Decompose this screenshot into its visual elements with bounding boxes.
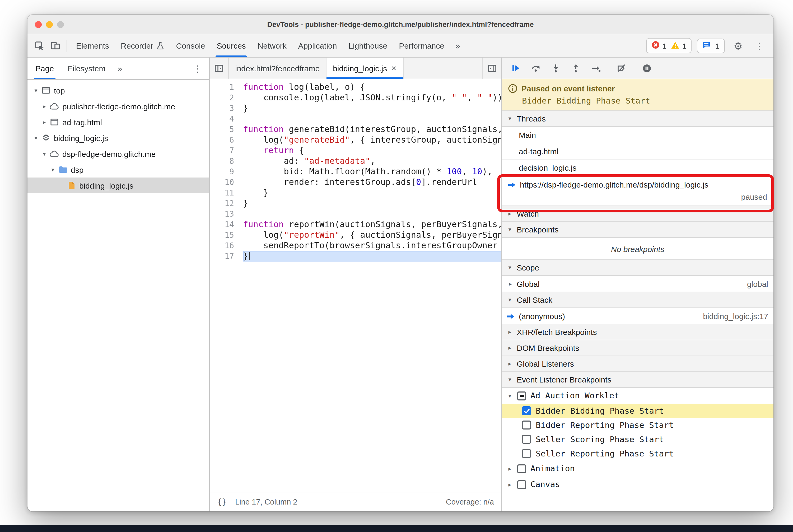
line-number[interactable]: 2 <box>210 92 234 103</box>
deactivate-breakpoints-button[interactable] <box>612 60 631 77</box>
step-button[interactable] <box>586 60 605 77</box>
more-navigator-tabs-button[interactable]: » <box>112 63 127 74</box>
line-number[interactable]: 16 <box>210 240 234 251</box>
elb-category-ad-auction-worklet[interactable]: ▾Ad Auction Worklet <box>502 388 773 404</box>
code-line[interactable]: log("generateBid", { interestGroup, auct… <box>243 135 502 145</box>
elb-item-seller-scoring-phase-start[interactable]: Seller Scoring Phase Start <box>502 432 773 446</box>
device-toolbar-icon[interactable] <box>48 37 63 54</box>
tree-item-dsp[interactable]: ▾dsp <box>27 162 209 177</box>
code-line[interactable]: } <box>243 251 502 262</box>
line-number[interactable]: 5 <box>210 124 234 135</box>
tab-page[interactable]: Page <box>29 58 61 79</box>
line-number[interactable]: 3 <box>210 103 234 114</box>
code-line[interactable]: function reportWin(auctionSignals, perBu… <box>243 219 502 230</box>
tree-item-bidding-logic-js[interactable]: bidding_logic.js <box>27 177 209 193</box>
line-number[interactable]: 1 <box>210 82 234 92</box>
thread-row[interactable]: decision_logic.js <box>502 159 773 176</box>
section-xhr-breakpoints[interactable]: ▸XHR/fetch Breakpoints <box>502 324 773 340</box>
checkbox-checked[interactable] <box>522 406 531 415</box>
elb-item-bidder-reporting-phase-start[interactable]: Bidder Reporting Phase Start <box>502 418 773 432</box>
code-line[interactable]: } <box>243 103 502 114</box>
tab-performance[interactable]: Performance <box>393 34 450 57</box>
line-number[interactable]: 4 <box>210 114 234 124</box>
line-number-gutter[interactable]: 1234567891011121314151617 <box>210 79 239 492</box>
code-line[interactable]: function log(label, o) { <box>243 82 502 92</box>
pause-on-exceptions-button[interactable] <box>637 60 656 77</box>
thread-row[interactable]: Main <box>502 127 773 143</box>
line-number[interactable]: 13 <box>210 209 234 219</box>
step-out-button[interactable] <box>566 60 585 77</box>
code-line[interactable]: render: interestGroup.ads[0].renderUrl <box>243 177 502 188</box>
code-lines[interactable]: function log(label, o) { console.log(lab… <box>239 79 502 492</box>
editor-tab-index-html[interactable]: index.html?fencedframe <box>229 58 326 79</box>
checkbox-indeterminate[interactable] <box>517 391 526 400</box>
more-panels-button[interactable]: » <box>450 40 465 51</box>
section-global-listeners[interactable]: ▸Global Listeners <box>502 356 773 372</box>
code-line[interactable] <box>243 114 502 124</box>
navigator-kebab-menu-icon[interactable]: ⋮ <box>187 63 208 74</box>
code-line[interactable]: console.log(label, JSON.stringify(o, " "… <box>243 92 502 103</box>
close-window-button[interactable] <box>35 21 42 28</box>
section-event-listener-breakpoints[interactable]: ▾Event Listener Breakpoints <box>502 372 773 388</box>
close-tab-icon[interactable]: × <box>391 64 396 73</box>
elb-item-bidder-bidding-phase-start[interactable]: Bidder Bidding Phase Start <box>502 404 773 418</box>
tree-item-dsp-fledge-demo-glitch-me[interactable]: ▾dsp-fledge-demo.glitch.me <box>27 146 209 162</box>
section-scope[interactable]: ▾Scope <box>502 260 773 276</box>
tab-network[interactable]: Network <box>252 34 292 57</box>
code-line[interactable]: function generateBid(interestGroup, auct… <box>243 124 502 135</box>
inspect-element-icon[interactable] <box>32 37 48 54</box>
minimize-window-button[interactable] <box>46 21 53 28</box>
elb-category-animation[interactable]: ▸Animation <box>502 461 773 477</box>
section-call-stack[interactable]: ▾Call Stack <box>502 292 773 308</box>
tab-filesystem[interactable]: Filesystem <box>61 58 112 79</box>
tab-elements[interactable]: Elements <box>70 34 115 57</box>
checkbox-unchecked[interactable] <box>517 464 526 473</box>
tab-application[interactable]: Application <box>292 34 343 57</box>
checkbox-unchecked[interactable] <box>517 480 526 489</box>
tree-item-ad-tag-html[interactable]: ▸ad-tag.html <box>27 114 209 130</box>
code-line[interactable]: ad: "ad-metadata", <box>243 156 502 166</box>
tree-item-bidding-logic-js[interactable]: ▾⚙bidding_logic.js <box>27 130 209 146</box>
tab-lighthouse[interactable]: Lighthouse <box>343 34 393 57</box>
line-number[interactable]: 8 <box>210 156 234 166</box>
settings-gear-icon[interactable]: ⚙ <box>730 37 746 54</box>
tab-sources[interactable]: Sources <box>211 34 252 57</box>
line-number[interactable]: 9 <box>210 166 234 177</box>
line-number[interactable]: 12 <box>210 198 234 209</box>
line-number[interactable]: 14 <box>210 219 234 230</box>
code-line[interactable]: } <box>243 188 502 198</box>
scope-global-row[interactable]: ▸ Global global <box>502 276 773 292</box>
step-over-button[interactable] <box>526 60 545 77</box>
resume-script-button[interactable] <box>506 60 525 77</box>
editor-tab-bidding-logic[interactable]: bidding_logic.js × <box>326 58 403 79</box>
code-line[interactable] <box>243 209 502 219</box>
tab-recorder[interactable]: Recorder <box>115 34 170 57</box>
tree-item-top[interactable]: ▾top <box>27 82 209 98</box>
step-into-button[interactable] <box>546 60 565 77</box>
code-editor[interactable]: 1234567891011121314151617 function log(l… <box>210 79 502 492</box>
zoom-window-button[interactable] <box>57 21 64 28</box>
section-breakpoints[interactable]: ▾Breakpoints <box>502 221 773 238</box>
pretty-print-icon[interactable]: {} <box>217 497 227 507</box>
open-file-navigation-icon[interactable] <box>483 58 502 79</box>
line-number[interactable]: 15 <box>210 230 234 240</box>
hide-navigator-icon[interactable] <box>210 58 229 79</box>
line-number[interactable]: 11 <box>210 188 234 198</box>
tab-console[interactable]: Console <box>170 34 211 57</box>
thread-row[interactable]: ad-tag.html <box>502 143 773 159</box>
kebab-menu-icon[interactable]: ⋮ <box>751 37 767 54</box>
elb-category-canvas[interactable]: ▸Canvas <box>502 477 773 492</box>
line-number[interactable]: 6 <box>210 135 234 145</box>
code-line[interactable]: log("reportWin", { auctionSignals, perBu… <box>243 230 502 240</box>
code-line[interactable]: sendReportTo(browserSignals.interestGrou… <box>243 240 502 251</box>
tree-item-publisher-fledge-demo-glitch-me[interactable]: ▸publisher-fledge-demo.glitch.me <box>27 98 209 114</box>
line-number[interactable]: 17 <box>210 251 234 262</box>
elb-item-seller-reporting-phase-start[interactable]: Seller Reporting Phase Start <box>502 446 773 461</box>
code-line[interactable]: bid: Math.floor(Math.random() * 100, 10)… <box>243 166 502 177</box>
code-line[interactable]: } <box>243 198 502 209</box>
checkbox-unchecked[interactable] <box>522 435 531 444</box>
issues-badge[interactable]: 1 <box>697 38 725 53</box>
section-threads[interactable]: ▾Threads <box>502 110 773 127</box>
section-dom-breakpoints[interactable]: ▸DOM Breakpoints <box>502 340 773 356</box>
line-number[interactable]: 10 <box>210 177 234 188</box>
